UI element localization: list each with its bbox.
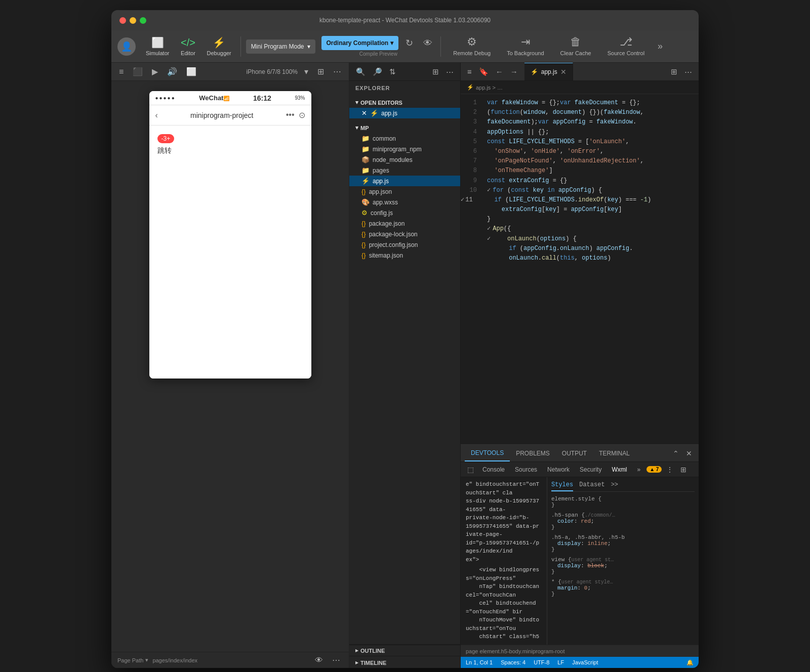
val-margin: 0 — [584, 585, 588, 591]
close-button[interactable] — [119, 17, 126, 24]
phone-time: 16:12 — [253, 94, 271, 102]
code-editor[interactable]: var fakeWindow = {};var fakeDocument = {… — [481, 94, 699, 444]
devtools-tab-problems[interactable]: PROBLEMS — [510, 445, 556, 461]
toolbar-icon-btn-5[interactable]: ⬜ — [184, 66, 199, 77]
devtools-close-icon[interactable]: ✕ — [683, 448, 695, 458]
open-editors-header[interactable]: ▾ OPEN EDITORS — [349, 97, 460, 108]
styles-tab-more[interactable]: >> — [611, 479, 618, 491]
debugger-button[interactable]: ⚡ Debugger — [202, 34, 235, 58]
toolbar-icon-btn-3[interactable]: ▶ — [149, 66, 160, 77]
editor-button[interactable]: </> Editor — [175, 35, 200, 58]
split-editor-icon[interactable]: ⊞ — [668, 66, 680, 78]
editor-tabs: ≡ 🔖 ← → ⚡ app.js ✕ ⊞ ⋯ — [461, 63, 699, 81]
console-tab[interactable]: Console — [478, 466, 509, 473]
outline-header[interactable]: ▸ OUTLINE — [355, 647, 454, 654]
tab-close-icon[interactable]: ✕ — [560, 68, 566, 76]
search-icon-btn[interactable]: 🔍 — [353, 66, 368, 78]
simulator-toolbar: ≡ ⬛ ▶ 🔊 ⬜ iPhone 6/7/8 100% ▾ ⊞ ⋯ — [111, 63, 349, 81]
explorer-item-pages[interactable]: 📁 pages — [349, 165, 460, 176]
device-chevron-icon[interactable]: ▾ — [302, 66, 311, 77]
editor-more-icon[interactable]: ⋯ — [682, 66, 695, 78]
close-file-icon: ✕ — [361, 109, 367, 117]
timeline-header[interactable]: ▸ TIMELINE — [355, 659, 454, 666]
simulator-label: Simulator — [146, 50, 169, 56]
editor-tab-appjs[interactable]: ⚡ app.js ✕ — [524, 63, 573, 80]
more-tabs-icon[interactable]: » — [633, 466, 644, 473]
toolbar-icon-btn-4[interactable]: 🔊 — [165, 66, 180, 77]
explorer-item-appjson[interactable]: {} app.json — [349, 186, 460, 197]
filter-icon-btn[interactable]: ⇅ — [387, 66, 398, 78]
prop-display-view: display — [557, 563, 581, 569]
preview-button[interactable]: 👁 — [420, 36, 435, 50]
menu-icon-btn[interactable]: ⋯ — [443, 66, 456, 78]
json-icon-appjson: {} — [361, 188, 366, 195]
network-tab[interactable]: Network — [543, 466, 574, 473]
ordinary-compilation-button[interactable]: Ordinary Compilation ▾ — [321, 36, 399, 50]
sim-settings-icon[interactable]: ⋯ — [330, 654, 343, 666]
style-selector-element: element.style { — [551, 496, 695, 502]
phone-badge: -3+ — [157, 134, 175, 143]
explorer-item-sitemap[interactable]: {} sitemap.json — [349, 250, 460, 261]
nav-back-icon[interactable]: ← — [493, 66, 506, 77]
devtools-collapse-icon[interactable]: ⌃ — [670, 448, 681, 458]
style-close-view: } — [551, 569, 695, 575]
explorer-item-miniprogram-npm[interactable]: 📁 miniprogram_npm — [349, 144, 460, 154]
editor-status-bar: Ln 1, Col 1 Spaces: 4 UTF-8 LF JavaScrip… — [461, 657, 699, 668]
refresh-button[interactable]: ↻ — [402, 36, 416, 50]
explorer-item-package-lock[interactable]: {} package-lock.json — [349, 229, 460, 239]
devtools-tab-devtools[interactable]: DEVTOOLS — [465, 445, 510, 461]
to-background-button[interactable]: ⇥ To Background — [500, 33, 551, 59]
devtools-sub-settings-icon[interactable]: ⊞ — [678, 465, 689, 475]
nav-forward-icon[interactable]: → — [508, 66, 520, 77]
split-icon-btn[interactable]: ⊞ — [430, 66, 441, 78]
eye-icon-btn[interactable]: 👁 — [312, 655, 326, 666]
inspect-icon[interactable]: ⬚ — [465, 465, 476, 475]
minimize-button[interactable] — [130, 17, 136, 24]
js-icon-config: ⚙ — [361, 209, 368, 217]
remote-debug-button[interactable]: ⚙ Remote Debug — [446, 33, 498, 59]
bookmark-icon[interactable]: 🔖 — [476, 66, 491, 78]
source-control-button[interactable]: ⎇ Source Control — [600, 33, 652, 59]
explorer-item-node-modules[interactable]: 📦 node_modules — [349, 154, 460, 165]
editor-breadcrumb: ⚡ app.js > … — [461, 81, 699, 94]
line-wrap-icon[interactable]: ≡ — [465, 66, 474, 77]
explorer-item-configjs[interactable]: ⚙ config.js — [349, 207, 460, 218]
explorer-item-packagejson[interactable]: {} package.json — [349, 218, 460, 229]
split-view-icon[interactable]: ⊞ — [315, 66, 327, 77]
open-editors-label: OPEN EDITORS — [360, 100, 402, 106]
mini-program-mode-selector[interactable]: Mini Program Mode ▾ — [246, 39, 315, 54]
simulator-button[interactable]: ⬜ Simulator — [142, 34, 173, 58]
toolbar-icon-btn-1[interactable]: ≡ — [116, 66, 126, 77]
page-path-label[interactable]: Page Path ▾ — [117, 657, 148, 663]
mode-label: Mini Program Mode — [251, 43, 304, 50]
sim-more-icon[interactable]: ⋯ — [331, 66, 344, 77]
explorer-item-project-config[interactable]: {} project.config.json — [349, 239, 460, 250]
console-inner: e" bindtouchstart="onTouchStart" cla ss-… — [463, 479, 545, 643]
styles-tab-dataset[interactable]: Dataset — [579, 479, 604, 491]
wxml-tab[interactable]: Wxml — [608, 466, 631, 473]
security-tab[interactable]: Security — [576, 466, 605, 473]
explorer-item-common[interactable]: 📁 common — [349, 133, 460, 144]
wxml-line-2[interactable]: <view bindlongpress="onLongPress" nTap" … — [463, 565, 545, 643]
clear-cache-button[interactable]: 🗑 Clear Cache — [553, 33, 598, 59]
notification-icon[interactable]: 🔔 — [686, 659, 694, 666]
styles-tab-styles[interactable]: Styles — [551, 479, 573, 491]
open-editor-app-js[interactable]: ✕ ⚡ app.js — [349, 108, 460, 118]
code-line-8: 'onPageNotFound', 'onUnhandledRejection'… — [487, 156, 693, 166]
more-button[interactable]: » — [654, 39, 667, 54]
maximize-button[interactable] — [140, 17, 146, 24]
position-info: Ln 1, Col 1 — [466, 659, 493, 665]
mp-header[interactable]: ▾ MP — [349, 122, 460, 133]
sources-tab[interactable]: Sources — [511, 466, 541, 473]
devtools-tab-terminal[interactable]: TERMINAL — [593, 445, 636, 461]
separator-1 — [240, 36, 241, 57]
wxml-line-1[interactable]: e" bindtouchstart="onTouchStart" cla ss-… — [463, 479, 545, 565]
json-icon-pkg-lock: {} — [361, 230, 366, 238]
devtools-sub-more-icon[interactable]: ⋮ — [664, 465, 676, 475]
explorer-item-appwxss[interactable]: 🎨 app.wxss — [349, 197, 460, 207]
toolbar-icon-btn-2[interactable]: ⬛ — [130, 66, 145, 77]
style-close-h5span: } — [551, 524, 695, 530]
devtools-tab-output[interactable]: OUTPUT — [556, 445, 593, 461]
search2-icon-btn[interactable]: 🔎 — [370, 66, 385, 78]
explorer-item-appjs[interactable]: ⚡ app.js — [349, 176, 460, 186]
